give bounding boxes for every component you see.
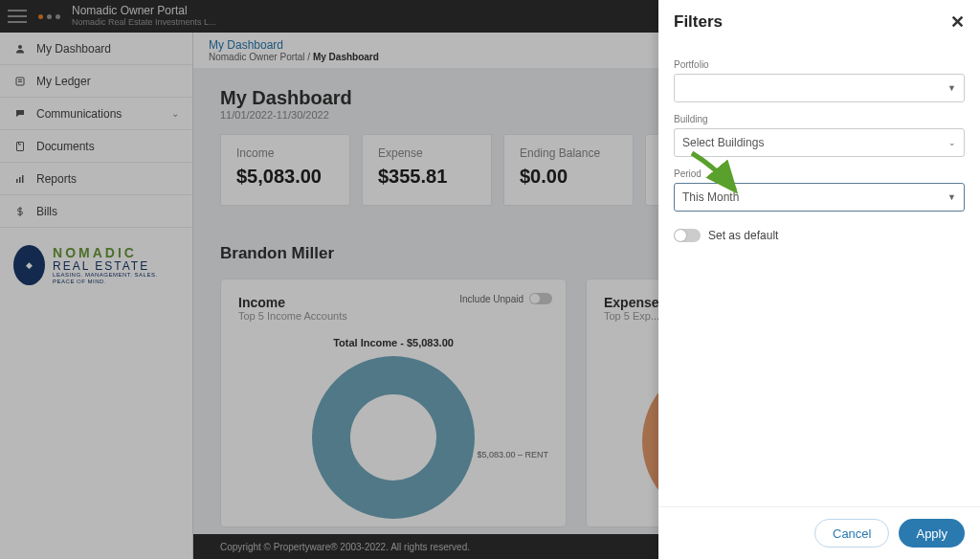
- caret-down-icon: ▼: [947, 83, 956, 93]
- cancel-button[interactable]: Cancel: [814, 519, 889, 548]
- drawer-title: Filters: [674, 12, 723, 32]
- close-icon[interactable]: ✕: [950, 11, 965, 33]
- caret-down-icon: ▼: [947, 192, 956, 202]
- period-label: Period: [674, 168, 965, 179]
- set-default-toggle[interactable]: [674, 229, 701, 242]
- set-default-label: Set as default: [708, 229, 778, 242]
- chevron-down-icon: ⌄: [948, 138, 956, 147]
- apply-button[interactable]: Apply: [899, 519, 965, 548]
- portfolio-label: Portfolio: [674, 59, 965, 70]
- period-select[interactable]: This Month ▼: [674, 183, 965, 212]
- portfolio-select[interactable]: ▼: [674, 74, 965, 102]
- building-label: Building: [674, 114, 965, 124]
- filters-drawer: Filters ✕ Portfolio ▼ Building Select Bu…: [658, 0, 980, 559]
- building-select[interactable]: Select Buildings ⌄: [674, 128, 965, 157]
